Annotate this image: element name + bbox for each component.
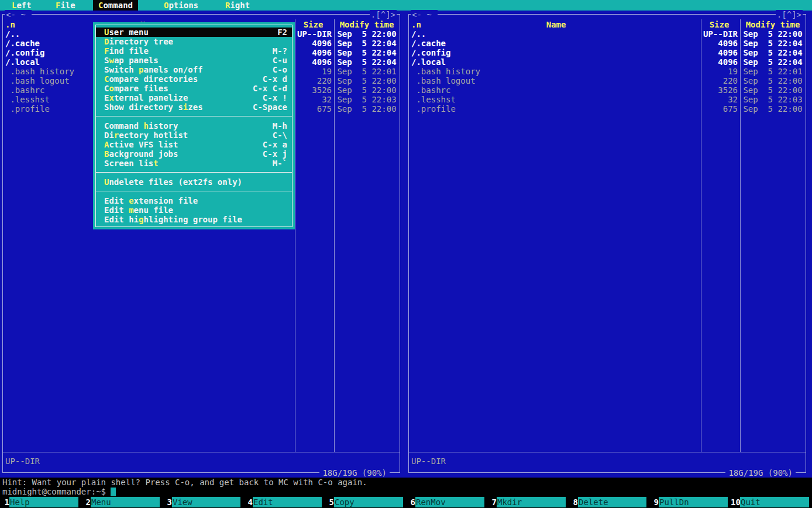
hotkey-letter: t <box>153 159 158 168</box>
menu-item-shortcut: C-x j <box>263 149 287 159</box>
menu-item-show-directory-sizes[interactable]: Show directory sizesC-Space <box>96 102 292 112</box>
file-mtime: Sep 5 22:00 <box>740 29 806 39</box>
fnkey-3-view[interactable]: 3View <box>163 496 243 508</box>
label-post: ternal panelize <box>114 93 188 102</box>
menu-item-label: Background jobs <box>104 149 178 159</box>
column-header-name[interactable]: Name <box>411 20 701 29</box>
menu-item-compare-directories[interactable]: Compare directoriesC-x d <box>96 74 292 84</box>
file-row-.bash_logout[interactable]: .bash_logout220Sep 5 22:00 <box>409 76 806 85</box>
fnkey-4-edit[interactable]: 4Edit <box>243 496 325 508</box>
label-post: ile <box>60 1 75 10</box>
menu-item-shortcut: M-h <box>273 121 287 131</box>
file-row-.cache[interactable]: /.cache4096Sep 5 22:04 <box>409 39 806 48</box>
text-cursor <box>111 488 116 496</box>
file-row-.bashrc[interactable]: .bashrc3526Sep 5 22:00 <box>409 85 806 95</box>
menu-item-label: User menu <box>104 28 149 37</box>
menu-item-find-file[interactable]: Find fileM-? <box>96 46 292 56</box>
file-row-..[interactable]: /..UP--DIRSep 5 22:00 <box>409 29 806 39</box>
free-space-indicator: 18G/19G (90%) <box>725 468 796 478</box>
menu-item-swap-panels[interactable]: Swap panelsC-u <box>96 56 292 65</box>
fnkey-7-mkdir[interactable]: 7Mkdir <box>487 496 569 508</box>
menu-item-undelete-files-ext2fs-only[interactable]: Undelete files (ext2fs only) <box>96 177 292 187</box>
menu-item-edit-highlighting-group-file[interactable]: Edit highlighting group file <box>96 215 292 224</box>
fnkey-9-pulldn[interactable]: 9PullDn <box>649 496 731 508</box>
menu-item-directory-hotlist[interactable]: Directory hotlistC-\ <box>96 131 292 140</box>
menubar-item-file[interactable]: File <box>56 0 75 11</box>
file-mtime: Sep 5 22:00 <box>740 85 806 95</box>
column-header-mtime[interactable]: Modify time <box>334 20 400 29</box>
menu-item-directory-tree[interactable]: Directory tree <box>96 37 292 46</box>
label-post: mpare files <box>114 84 168 93</box>
file-row-.config[interactable]: /.config4096Sep 5 22:04 <box>409 48 806 57</box>
hotkey-letter: x <box>109 93 113 102</box>
menubar-item-command[interactable]: Command <box>93 0 138 11</box>
file-mtime: Sep 5 22:00 <box>334 85 400 95</box>
file-row-.bash_history[interactable]: .bash_history19Sep 5 22:01 <box>409 67 806 76</box>
menu-item-label: Directory tree <box>104 37 173 46</box>
label-pre: Edit hi <box>104 215 139 224</box>
file-size: 3526 <box>701 85 740 95</box>
fnkey-1-help[interactable]: 1Help <box>0 496 81 508</box>
menu-item-screen-list[interactable]: Screen listM-` <box>96 159 292 168</box>
hint-line: Hint: Want your plain shell? Press C-o, … <box>2 478 367 487</box>
fnkey-6-renmov[interactable]: 6RenMov <box>406 496 487 508</box>
menu-item-user-menu[interactable]: User menuF2 <box>96 28 292 37</box>
fnkey-label: View <box>172 497 240 507</box>
menubar-item-left[interactable]: Left <box>12 0 32 11</box>
fnkey-number: 9 <box>649 496 659 508</box>
menu-item-shortcut: C-Space <box>253 102 287 112</box>
file-row-.lesshst[interactable]: .lesshst32Sep 5 22:03 <box>409 95 806 104</box>
menu-item-switch-panels-on-off[interactable]: Switch panels on/offC-o <box>96 65 292 74</box>
file-row-.profile[interactable]: .profile675Sep 5 22:00 <box>409 104 806 114</box>
ministatus-separator <box>409 452 806 452</box>
fnkey-label: RenMov <box>415 497 484 507</box>
file-mtime: Sep 5 22:04 <box>334 39 400 48</box>
menu-item-compare-files[interactable]: Compare filesC-x C-d <box>96 84 292 93</box>
fnkey-8-delete[interactable]: 8Delete <box>569 496 649 508</box>
panel-resize-marker[interactable]: .[^]> <box>776 10 803 19</box>
ministatus-text: UP--DIR <box>5 456 40 466</box>
menu-item-background-jobs[interactable]: Background jobsC-x j <box>96 149 292 159</box>
file-row-.local[interactable]: /.local4096Sep 5 22:04 <box>409 57 806 67</box>
file-size: 4096 <box>295 48 334 57</box>
fnkey-5-copy[interactable]: 5Copy <box>325 496 406 508</box>
fnkey-number: 7 <box>487 496 497 508</box>
label-post: ser menu <box>109 28 148 37</box>
file-mtime: Sep 5 22:00 <box>334 76 400 85</box>
panel-path-marker[interactable]: <- ~ <box>5 10 32 19</box>
label-post: ompare directories <box>109 74 198 84</box>
file-size: 32 <box>295 95 334 104</box>
fnkey-10-quit[interactable]: 10Quit <box>731 496 812 508</box>
label-post: anels on/off <box>143 65 202 74</box>
menu-item-shortcut: M-` <box>273 159 287 168</box>
menubar-item-right[interactable]: Right <box>225 0 250 11</box>
file-size: 4096 <box>701 39 740 48</box>
label-post: ackground jobs <box>109 149 178 159</box>
menu-item-edit-extension-file[interactable]: Edit extension file <box>96 196 292 205</box>
menu-item-external-panelize[interactable]: External panelizeC-x ! <box>96 93 292 102</box>
fnkey-2-menu[interactable]: 2Menu <box>81 496 163 508</box>
panel-resize-marker[interactable]: .[^]> <box>370 10 397 19</box>
menu-item-command-history[interactable]: Command historyM-h <box>96 121 292 131</box>
menu-item-edit-menu-file[interactable]: Edit menu file <box>96 205 292 215</box>
label-post: ight <box>230 1 250 10</box>
fnkey-number: 4 <box>243 496 253 508</box>
fnkey-label: Edit <box>253 497 322 507</box>
fnkey-label: Help <box>9 497 78 507</box>
column-header-mtime[interactable]: Modify time <box>740 20 806 29</box>
menu-item-label: External panelize <box>104 93 188 102</box>
column-header-size[interactable]: Size <box>701 20 740 29</box>
label-pre: Di <box>104 131 114 140</box>
label-post: ommand <box>103 1 133 10</box>
menu-item-shortcut: C-x d <box>263 74 287 84</box>
ministatus-text: UP--DIR <box>411 456 446 466</box>
column-header-size[interactable]: Size <box>295 20 334 29</box>
menu-item-shortcut: C-x C-d <box>253 84 287 93</box>
shell-prompt[interactable]: midnight@commander:~$ <box>2 487 116 496</box>
fnkey-number: 8 <box>569 496 578 508</box>
menubar-item-options[interactable]: Options <box>164 0 198 11</box>
panel-path-marker[interactable]: <- ~ <box>411 10 438 19</box>
file-mtime: Sep 5 22:03 <box>334 95 400 104</box>
file-mtime: Sep 5 22:00 <box>740 76 806 85</box>
menu-item-active-vfs-list[interactable]: Active VFS listC-x a <box>96 140 292 149</box>
